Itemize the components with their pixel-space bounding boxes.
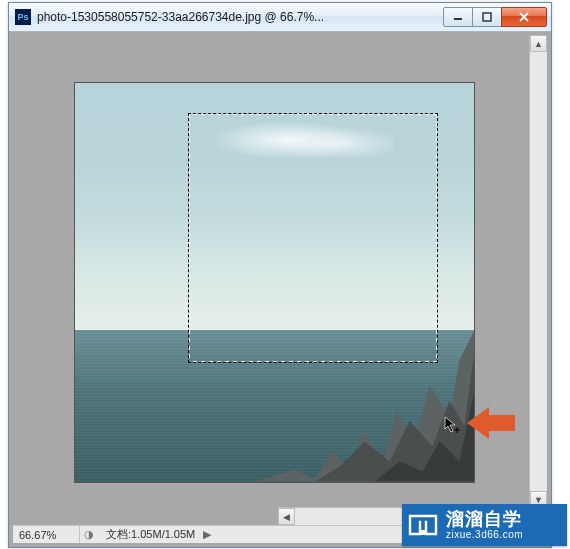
document-size-label: 文档:1.05M/1.05M	[98, 527, 203, 542]
status-menu-chevron-icon[interactable]: ▶	[203, 528, 217, 541]
watermark-logo-icon	[402, 504, 444, 546]
watermark-text: 溜溜自学 zixue.3d66.com	[446, 510, 523, 541]
maximize-button[interactable]	[472, 7, 502, 27]
photoshop-app-icon: Ps	[15, 9, 31, 25]
window-controls	[444, 7, 547, 27]
close-button[interactable]	[501, 7, 547, 27]
annotation-arrow-icon	[465, 403, 525, 443]
rectangular-selection-marquee[interactable]	[188, 113, 438, 363]
scroll-left-button[interactable]: ◀	[278, 508, 295, 525]
vertical-scrollbar[interactable]: ▲ ▼	[529, 35, 547, 508]
titlebar[interactable]: Ps photo-1530558055752-33aa266734de.jpg …	[9, 3, 551, 32]
minimize-button[interactable]	[443, 7, 473, 27]
watermark-url: zixue.3d66.com	[446, 529, 523, 540]
zoom-level[interactable]: 66.67%	[13, 526, 80, 543]
document-workarea: ▲ ▼ ◀ ▶	[13, 35, 547, 525]
watermark-title: 溜溜自学	[446, 510, 523, 530]
svg-rect-1	[483, 13, 491, 21]
watermark-badge: 溜溜自学 zixue.3d66.com	[402, 504, 567, 546]
move-cursor-icon	[443, 415, 463, 435]
image-canvas[interactable]	[75, 83, 474, 482]
status-info-icon[interactable]: ◑	[80, 526, 98, 543]
window-title: photo-1530558055752-33aa266734de.jpg @ 6…	[37, 10, 444, 24]
scroll-up-button[interactable]: ▲	[530, 35, 547, 52]
svg-rect-4	[419, 530, 427, 535]
photoshop-document-window: Ps photo-1530558055752-33aa266734de.jpg …	[8, 2, 552, 548]
